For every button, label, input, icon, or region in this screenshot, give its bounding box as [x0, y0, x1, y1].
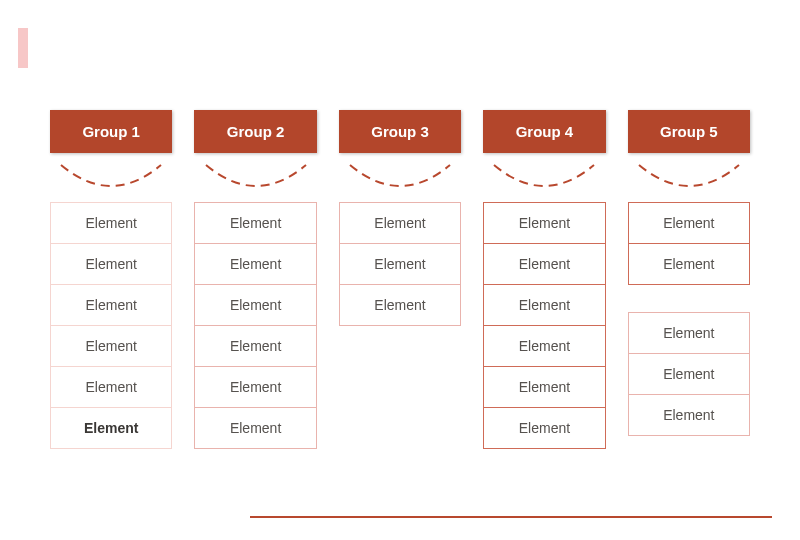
element-cell: Element — [483, 243, 605, 285]
element-cell: Element — [628, 353, 750, 395]
element-cell: Element — [483, 325, 605, 367]
element-cell: Element — [50, 407, 172, 449]
element-cell: Element — [50, 366, 172, 408]
element-cell: Element — [483, 202, 605, 244]
arc-connector-4 — [483, 159, 605, 197]
arc-connector-3 — [339, 159, 461, 197]
group-header-5: Group 5 — [628, 110, 750, 153]
element-cell: Element — [194, 366, 316, 408]
element-stack-2: Element Element Element Element Element … — [194, 203, 316, 449]
element-cell: Element — [628, 394, 750, 436]
column-group-3: Group 3 Element Element Element — [339, 110, 461, 449]
element-cell: Element — [628, 243, 750, 285]
arc-connector-5 — [628, 159, 750, 197]
element-cell: Element — [339, 284, 461, 326]
group-header-1: Group 1 — [50, 110, 172, 153]
element-stack-4: Element Element Element Element Element … — [483, 203, 605, 449]
element-cell: Element — [339, 202, 461, 244]
element-cell: Element — [483, 407, 605, 449]
element-stack-5b: Element Element Element — [628, 313, 750, 436]
element-stack-3: Element Element Element — [339, 203, 461, 326]
arc-connector-1 — [50, 159, 172, 197]
column-group-5: Group 5 Element Element Element Element … — [628, 110, 750, 449]
group-header-4: Group 4 — [483, 110, 605, 153]
group-header-2: Group 2 — [194, 110, 316, 153]
element-cell: Element — [339, 243, 461, 285]
element-cell: Element — [628, 312, 750, 354]
column-group-2: Group 2 Element Element Element Element … — [194, 110, 316, 449]
element-cell: Element — [194, 202, 316, 244]
stack-gap — [628, 285, 750, 313]
element-cell: Element — [483, 366, 605, 408]
element-cell: Element — [194, 325, 316, 367]
element-cell: Element — [50, 243, 172, 285]
element-cell: Element — [50, 325, 172, 367]
column-group-1: Group 1 Element Element Element Element … — [50, 110, 172, 449]
group-header-3: Group 3 — [339, 110, 461, 153]
arc-connector-2 — [194, 159, 316, 197]
element-cell: Element — [194, 407, 316, 449]
element-cell: Element — [50, 284, 172, 326]
element-cell: Element — [483, 284, 605, 326]
element-stack-1: Element Element Element Element Element … — [50, 203, 172, 449]
footer-rule — [250, 516, 772, 518]
accent-bar — [18, 28, 28, 68]
element-cell: Element — [628, 202, 750, 244]
element-cell: Element — [194, 243, 316, 285]
columns-container: Group 1 Element Element Element Element … — [50, 110, 750, 449]
element-cell: Element — [50, 202, 172, 244]
column-group-4: Group 4 Element Element Element Element … — [483, 110, 605, 449]
element-stack-5a: Element Element — [628, 203, 750, 285]
element-cell: Element — [194, 284, 316, 326]
